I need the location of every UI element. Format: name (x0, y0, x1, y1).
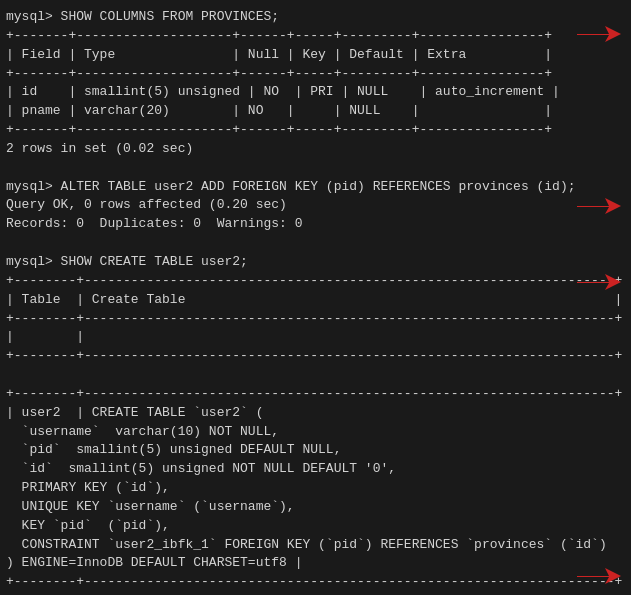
result-row-6: UNIQUE KEY `username` (`username`), (6, 498, 625, 517)
show-create-block: mysql> SHOW CREATE TABLE user2; +-------… (6, 253, 625, 366)
result-row-5: PRIMARY KEY (`id`), (6, 479, 625, 498)
arrow-4-icon (577, 566, 621, 586)
result-row-1: | user2 | CREATE TABLE `user2` ( (6, 404, 625, 423)
table-row-pname: | pname | varchar(20) | NO | | NULL | | (6, 102, 625, 121)
result-row-4: `id` smallint(5) unsigned NOT NULL DEFAU… (6, 460, 625, 479)
arrow-1-icon (577, 24, 621, 44)
table-border-bot: +-------+--------------------+------+---… (6, 121, 625, 140)
arrow-2-icon (577, 196, 621, 216)
result-row-8: CONSTRAINT `user2_ibfk_1` FOREIGN KEY (`… (6, 536, 625, 555)
svg-marker-0 (577, 26, 621, 42)
result-rows: 2 rows in set (0.02 sec) (6, 140, 625, 159)
cmd-alter-table: mysql> ALTER TABLE user2 ADD FOREIGN KEY… (6, 178, 625, 197)
alter-table-block: mysql> ALTER TABLE user2 ADD FOREIGN KEY… (6, 178, 625, 235)
table-border-top: +-------+--------------------+------+---… (6, 27, 625, 46)
arrow-3-icon (577, 272, 621, 292)
terminal-window: mysql> SHOW COLUMNS FROM PROVINCES; +---… (0, 0, 631, 595)
svg-marker-1 (577, 198, 621, 214)
result-border-top: +--------+------------------------------… (6, 385, 625, 404)
show-columns-block: mysql> SHOW COLUMNS FROM PROVINCES; +---… (6, 8, 625, 159)
result-row-2: `username` varchar(10) NOT NULL, (6, 423, 625, 442)
svg-marker-2 (577, 274, 621, 290)
cmd-show-create: mysql> SHOW CREATE TABLE user2; (6, 253, 625, 272)
cmd-show-columns: mysql> SHOW COLUMNS FROM PROVINCES; (6, 8, 625, 27)
table-row-id: | id | smallint(5) unsigned | NO | PRI |… (6, 83, 625, 102)
create-table-blank: | | (6, 328, 625, 347)
svg-marker-3 (577, 568, 621, 584)
result-row-7: KEY `pid` (`pid`), (6, 517, 625, 536)
blank-1 (6, 159, 625, 178)
result-row-3: `pid` smallint(5) unsigned DEFAULT NULL, (6, 441, 625, 460)
create-table-border-3: +--------+------------------------------… (6, 347, 625, 366)
table-header: | Field | Type | Null | Key | Default | … (6, 46, 625, 65)
create-table-result-block: +--------+------------------------------… (6, 385, 625, 592)
blank-3 (6, 366, 625, 385)
table-header-sep: +-------+--------------------+------+---… (6, 65, 625, 84)
